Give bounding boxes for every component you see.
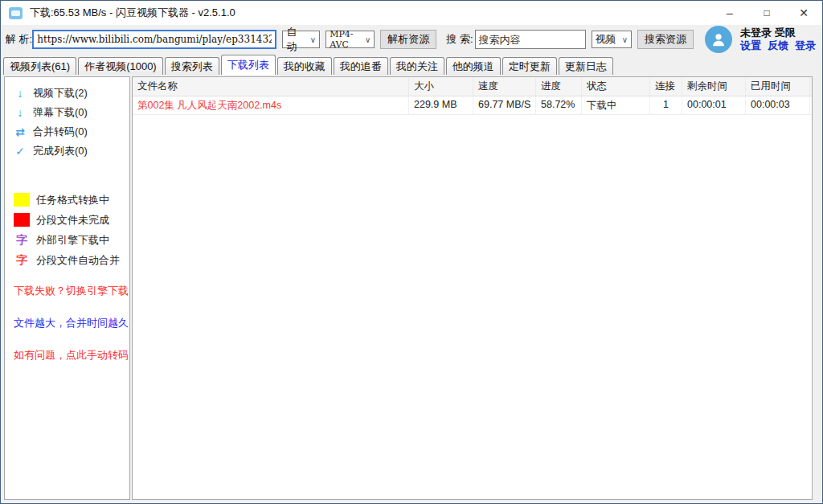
search-label: 搜 索:: [446, 32, 473, 47]
app-window: 下载:65.53 MB/s - 闪豆视频下载器 - v2.5.1.0 – □ ✕…: [0, 0, 823, 504]
search-type-value: 视频: [596, 32, 616, 47]
search-resource-button[interactable]: 搜索资源: [637, 30, 694, 49]
column-header-progress[interactable]: 进度: [536, 77, 582, 96]
legend-label: 分段文件自动合并: [36, 253, 120, 268]
cell-size: 229.9 MB: [409, 96, 473, 114]
tab-scheduled-update[interactable]: 定时更新: [502, 57, 557, 75]
sidebar-item-label: 弹幕下载(0): [33, 105, 88, 120]
format-select-value: MP4-AVC: [330, 29, 362, 50]
sidebar-item-danmaku-download[interactable]: ↓ 弹幕下载(0): [5, 103, 129, 122]
user-avatar[interactable]: [705, 26, 732, 53]
sidebar-item-merge-transcode[interactable]: ⇄ 合并转码(0): [5, 122, 129, 141]
tab-download-list[interactable]: 下载列表: [221, 55, 276, 75]
sidebar: ↓ 视频下载(2) ↓ 弹幕下载(0) ⇄ 合并转码(0) ✓ 完成列表(0) …: [4, 76, 130, 500]
login-status: 未登录 受限: [740, 27, 822, 39]
settings-link[interactable]: 设置: [740, 39, 761, 51]
column-header-status[interactable]: 状态: [582, 77, 650, 96]
close-icon: ✕: [799, 6, 809, 19]
minimize-icon: –: [727, 6, 733, 19]
tab-changelog[interactable]: 更新日志: [559, 57, 613, 75]
legend-item-external-engine: 字 外部引擎下载中: [5, 230, 129, 250]
sidebar-item-completed-list[interactable]: ✓ 完成列表(0): [5, 141, 129, 161]
check-icon: ✓: [14, 145, 27, 158]
chevron-down-icon: ∨: [310, 35, 316, 44]
tab-my-follows[interactable]: 我的关注: [390, 57, 444, 75]
tab-search-list[interactable]: 搜索列表: [165, 57, 219, 75]
chevron-down-icon: ∨: [365, 35, 371, 44]
red-char-swatch: 字: [14, 253, 30, 268]
account-area: 未登录 受限 设置反馈登录: [740, 27, 822, 52]
sidebar-item-video-download[interactable]: ↓ 视频下载(2): [5, 84, 129, 103]
column-header-speed[interactable]: 速度: [473, 77, 536, 96]
search-type-select[interactable]: 视频 ∨: [592, 31, 633, 48]
column-header-size[interactable]: 大小: [409, 77, 473, 96]
note-switch-engine[interactable]: 下载失败？切换引擎下载: [14, 285, 129, 297]
cell-remaining-time: 00:00:01: [682, 96, 746, 114]
minimize-button[interactable]: –: [711, 1, 748, 25]
cell-speed: 69.77 MB/S: [473, 96, 536, 114]
tab-bar: 视频列表(61) 作者视频(1000) 搜索列表 下载列表 我的收藏 我的追番 …: [1, 54, 822, 75]
tab-my-favorites[interactable]: 我的收藏: [277, 57, 332, 75]
legend-item-auto-merge: 字 分段文件自动合并: [5, 250, 129, 270]
column-header-connections[interactable]: 连接: [650, 77, 682, 96]
feedback-link[interactable]: 反馈: [768, 39, 788, 51]
close-button[interactable]: ✕: [785, 1, 822, 25]
legend-item-segment-incomplete: 分段文件未完成: [5, 210, 129, 230]
cell-filename: 第002集 凡人风起天南2002.m4s: [133, 96, 409, 114]
note-merge-time: 文件越大，合并时间越久: [14, 317, 129, 330]
toolbar: 解 析: 自动 ∨ MP4-AVC ∨ 解析资源 搜 索: 视频 ∨ 搜索资源 …: [1, 25, 822, 54]
column-header-remaining-time[interactable]: 剩余时间: [682, 77, 746, 96]
download-icon: ↓: [14, 106, 27, 119]
search-input[interactable]: [475, 30, 586, 49]
maximize-icon: □: [764, 7, 769, 18]
legend-label: 外部引擎下载中: [36, 233, 109, 248]
status-legend: 任务格式转换中 分段文件未完成 字 外部引擎下载中 字 分段文件自动合并: [5, 190, 129, 270]
mode-select[interactable]: 自动 ∨: [282, 31, 320, 48]
purple-char-swatch: 字: [14, 233, 30, 248]
sidebar-item-label: 完成列表(0): [33, 144, 88, 158]
table-header: 文件名称 大小 速度 进度 状态 连接 剩余时间 已用时间: [133, 77, 812, 96]
legend-item-converting: 任务格式转换中: [5, 190, 129, 210]
sidebar-notes: 下载失败？切换引擎下载 文件越大，合并时间越久 如有问题，点此手动转码: [5, 285, 129, 381]
note-manual-transcode[interactable]: 如有问题，点此手动转码: [14, 349, 129, 362]
sidebar-nav: ↓ 视频下载(2) ↓ 弹幕下载(0) ⇄ 合并转码(0) ✓ 完成列表(0): [5, 84, 129, 161]
cell-progress: 58.72%: [536, 96, 582, 114]
cell-connections: 1: [650, 96, 682, 114]
download-icon: ↓: [14, 87, 27, 100]
cell-status: 下载中: [582, 96, 650, 114]
person-icon: [710, 31, 727, 48]
sidebar-item-label: 合并转码(0): [33, 125, 88, 139]
parse-label: 解 析:: [6, 32, 32, 47]
column-header-filename[interactable]: 文件名称: [133, 77, 409, 96]
red-swatch: [14, 213, 30, 227]
transfer-icon: ⇄: [14, 125, 27, 138]
sidebar-item-label: 视频下载(2): [33, 86, 88, 100]
yellow-swatch: [14, 193, 30, 207]
tab-author-videos[interactable]: 作者视频(1000): [78, 57, 163, 75]
mode-select-value: 自动: [286, 25, 306, 54]
tab-video-list[interactable]: 视频列表(61): [3, 57, 76, 75]
legend-label: 分段文件未完成: [36, 213, 109, 227]
title-bar: 下载:65.53 MB/s - 闪豆视频下载器 - v2.5.1.0 – □ ✕: [1, 1, 822, 25]
legend-label: 任务格式转换中: [36, 193, 109, 207]
cell-elapsed-time: 00:00:03: [746, 96, 810, 114]
window-controls: – □ ✕: [711, 1, 822, 25]
app-icon: [9, 7, 23, 19]
tab-his-channel[interactable]: 他的频道: [446, 57, 501, 75]
window-title: 下载:65.53 MB/s - 闪豆视频下载器 - v2.5.1.0: [30, 6, 235, 20]
url-input[interactable]: [32, 30, 276, 49]
download-list-panel: 文件名称 大小 速度 进度 状态 连接 剩余时间 已用时间 第002集 凡人风起…: [132, 76, 813, 500]
tab-my-bangumi[interactable]: 我的追番: [334, 57, 388, 75]
maximize-button[interactable]: □: [748, 1, 785, 25]
table-row[interactable]: 第002集 凡人风起天南2002.m4s 229.9 MB 69.77 MB/S…: [133, 96, 812, 115]
parse-resource-button[interactable]: 解析资源: [380, 30, 436, 49]
format-select[interactable]: MP4-AVC ∨: [326, 31, 375, 48]
login-link[interactable]: 登录: [795, 39, 816, 51]
column-header-elapsed-time[interactable]: 已用时间: [746, 77, 810, 96]
chevron-down-icon: ∨: [622, 35, 628, 44]
